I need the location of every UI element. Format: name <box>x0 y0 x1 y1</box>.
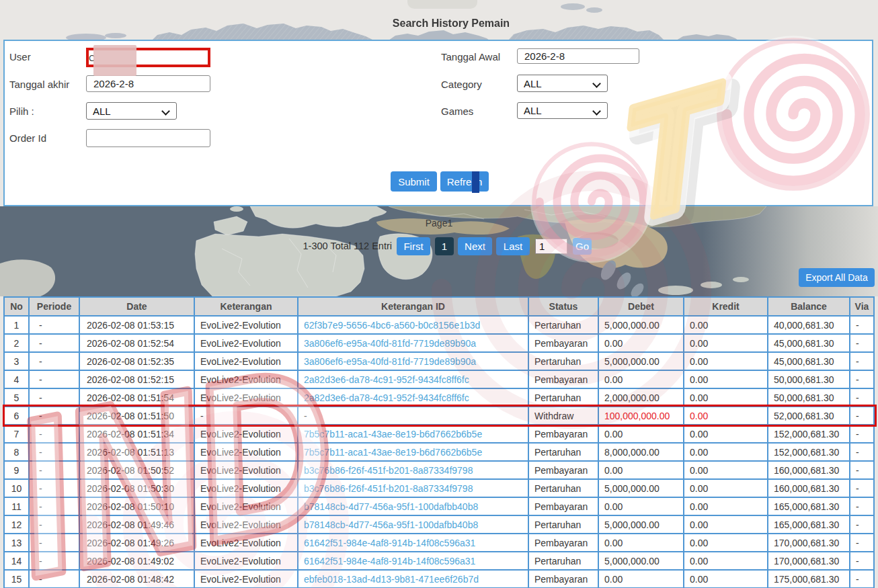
cell-keterangan-id[interactable]: 3a806ef6-e95a-40fd-81fd-7719de89b90a <box>298 352 528 370</box>
cell-kredit: 0.00 <box>684 370 768 388</box>
cell-periode: - <box>29 515 79 534</box>
table-row: 2-2026-02-08 01:52:54EvoLive2-Evolution3… <box>4 334 874 352</box>
cell-status: Pertaruhan <box>528 443 598 461</box>
table-row: 1-2026-02-08 01:53:15EvoLive2-Evolution6… <box>4 316 874 334</box>
cell-kredit: 0.00 <box>684 479 768 497</box>
cell-periode: - <box>29 479 79 497</box>
cell-status: Pembayaran <box>528 497 598 515</box>
history-table: No Periode Date Keterangan Keterangan ID… <box>3 296 875 588</box>
cell-no: 9 <box>4 461 29 479</box>
cell-keterangan-id[interactable]: b3c76b86-f26f-451f-b201-8a87334f9798 <box>298 479 528 497</box>
submit-button[interactable]: Submit <box>391 171 437 192</box>
cell-keterangan-id[interactable]: b78148cb-4d77-456a-95f1-100dafbb40b8 <box>298 497 528 515</box>
cell-no: 10 <box>4 479 29 497</box>
cell-keterangan-id[interactable]: b78148cb-4d77-456a-95f1-100dafbb40b8 <box>298 515 528 534</box>
cell-balance: 175,000,681.30 <box>768 570 850 588</box>
table-row: 8-2026-02-08 01:51:13EvoLive2-Evolution7… <box>4 443 874 461</box>
category-select[interactable]: ALL <box>517 75 608 92</box>
cell-keterangan: EvoLive2-Evolution <box>194 461 298 479</box>
cell-status: Pertaruhan <box>528 479 598 497</box>
cell-keterangan-id[interactable]: 3a806ef6-e95a-40fd-81fd-7719de89b90a <box>298 334 528 352</box>
table-row: 3-2026-02-08 01:52:35EvoLive2-Evolution3… <box>4 352 874 370</box>
first-page-button[interactable]: First <box>397 237 430 255</box>
cell-keterangan-id[interactable]: 7b5c7b11-aca1-43ae-8e19-b6d7662b6b5e <box>298 443 528 461</box>
cell-kredit: 0.00 <box>684 497 768 515</box>
order-id-input[interactable] <box>86 129 210 147</box>
tanggal-akhir-input[interactable] <box>86 75 210 92</box>
chevron-down-icon <box>161 107 170 116</box>
cell-no: 8 <box>4 443 29 461</box>
table-row: 12-2026-02-08 01:49:46EvoLive2-Evolution… <box>4 515 874 534</box>
next-page-button[interactable]: Next <box>458 237 492 255</box>
refresh-button[interactable]: Refresh <box>440 171 489 192</box>
header-keterangan-id: Keterangan ID <box>298 297 528 316</box>
table-row: 4-2026-02-08 01:52:15EvoLive2-Evolution2… <box>4 370 874 388</box>
export-all-data-button[interactable]: Export All Data <box>799 268 875 287</box>
header-via: Via <box>850 297 874 316</box>
go-button[interactable]: Go <box>573 238 592 255</box>
cell-periode: - <box>29 443 79 461</box>
games-select-value: ALL <box>524 105 542 116</box>
cell-keterangan-id[interactable]: 62f3b7e9-5656-4bc6-a560-b0c8156e1b3d <box>298 316 528 334</box>
history-table-body: 1-2026-02-08 01:53:15EvoLive2-Evolution6… <box>4 316 874 588</box>
chevron-down-icon <box>592 79 601 88</box>
cell-no: 15 <box>4 570 29 588</box>
cell-no: 11 <box>4 497 29 515</box>
cell-keterangan-id[interactable]: 61642f51-984e-4af8-914b-14f08c596a31 <box>298 534 528 552</box>
last-page-button[interactable]: Last <box>496 237 530 255</box>
cell-keterangan-id[interactable]: ebfeb018-13ad-4d13-9b81-471ee6f26b7d <box>298 570 528 588</box>
cell-keterangan-id[interactable]: 7b5c7b11-aca1-43ae-8e19-b6d7662b6b5e <box>298 425 528 443</box>
header-status: Status <box>528 297 598 316</box>
header-kredit: Kredit <box>684 297 768 316</box>
cell-keterangan-id[interactable]: 2a82d3e6-da78-4c91-952f-9434fc8ff6fc <box>298 388 528 407</box>
goto-page-input[interactable] <box>535 239 567 254</box>
current-page-button[interactable]: 1 <box>435 237 454 255</box>
cell-keterangan: EvoLive2-Evolution <box>194 515 298 534</box>
cell-date: 2026-02-08 01:52:35 <box>79 352 194 370</box>
cell-balance: 50,000,681.30 <box>768 370 850 388</box>
cell-periode: - <box>29 461 79 479</box>
cell-keterangan: EvoLive2-Evolution <box>194 388 298 407</box>
cell-keterangan: EvoLive2-Evolution <box>194 443 298 461</box>
cell-balance: 152,000,681.30 <box>768 443 850 461</box>
cell-kredit: 0.00 <box>684 316 768 334</box>
cell-debet: 0.00 <box>598 425 684 443</box>
cell-balance: 50,000,681.30 <box>768 388 850 407</box>
cell-debet: 5,000,000.00 <box>598 515 684 534</box>
cell-no: 5 <box>4 388 29 407</box>
cell-balance: 45,000,681.30 <box>768 352 850 370</box>
cell-status: Pertaruhan <box>528 388 598 407</box>
cell-debet: 5,000,000.00 <box>598 316 684 334</box>
tanggal-awal-input[interactable] <box>517 48 639 64</box>
cell-balance: 170,000,681.30 <box>768 534 850 552</box>
pilih-select[interactable]: ALL <box>86 102 177 120</box>
header-date: Date <box>79 297 194 316</box>
cell-periode: - <box>29 316 79 334</box>
table-row: 10-2026-02-08 01:50:30EvoLive2-Evolution… <box>4 479 874 497</box>
cell-status: Pembayaran <box>528 334 598 352</box>
cell-via: - <box>850 352 874 370</box>
cell-kredit: 0.00 <box>684 425 768 443</box>
table-row: 11-2026-02-08 01:50:10EvoLive2-Evolution… <box>4 497 874 515</box>
cell-keterangan-id[interactable]: b3c76b86-f26f-451f-b201-8a87334f9798 <box>298 461 528 479</box>
cell-kredit: 0.00 <box>684 352 768 370</box>
cell-keterangan-id[interactable]: 61642f51-984e-4af8-914b-14f08c596a31 <box>298 552 528 570</box>
table-row: 5-2026-02-08 01:51:54EvoLive2-Evolution2… <box>4 388 874 407</box>
cell-via: - <box>850 334 874 352</box>
cell-status: Pembayaran <box>528 461 598 479</box>
cell-date: 2026-02-08 01:53:15 <box>79 316 194 334</box>
entries-summary: 1-300 Total 112 Entri <box>303 241 392 251</box>
cell-keterangan: EvoLive2-Evolution <box>194 497 298 515</box>
cell-date: 2026-02-08 01:52:54 <box>79 334 194 352</box>
user-label: User <box>9 51 31 62</box>
cell-keterangan: EvoLive2-Evolution <box>194 334 298 352</box>
games-select[interactable]: ALL <box>517 102 608 119</box>
cell-status: Pertaruhan <box>528 316 598 334</box>
cell-keterangan: EvoLive2-Evolution <box>194 479 298 497</box>
cell-balance: 165,000,681.30 <box>768 515 850 534</box>
cell-keterangan-id[interactable]: 2a82d3e6-da78-4c91-952f-9434fc8ff6fc <box>298 370 528 388</box>
cell-date: 2026-02-08 01:50:30 <box>79 479 194 497</box>
cell-periode: - <box>29 552 79 570</box>
cell-via: - <box>850 461 874 479</box>
cell-balance: 152,000,681.30 <box>768 425 850 443</box>
